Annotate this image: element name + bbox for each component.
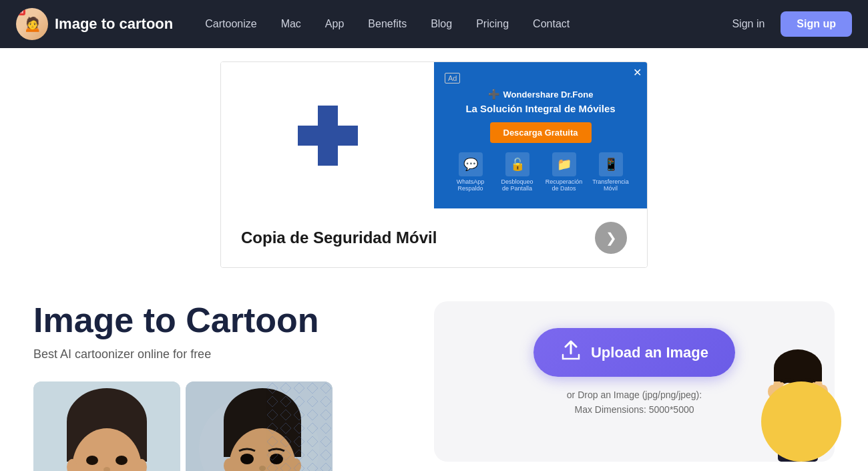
svg-point-18: [240, 454, 254, 464]
main-content: Image to Cartoon Best AI cartoonizer onl…: [0, 275, 868, 471]
svg-rect-24: [266, 381, 333, 471]
transfer-icon: 📱: [599, 152, 623, 176]
before-photo: [33, 381, 180, 471]
svg-point-8: [116, 456, 128, 465]
logo-link[interactable]: 🙍 AI Image to cartoon: [16, 8, 173, 40]
nav-cartoonize[interactable]: Cartoonize: [194, 13, 267, 35]
chevron-right-icon: ❯: [606, 230, 617, 246]
svg-rect-33: [774, 368, 822, 381]
ad-badge-row: Ad ✕: [445, 73, 636, 84]
recovery-icon: 📁: [552, 152, 576, 176]
transfer-label: Transferencia Móvil: [591, 178, 631, 193]
svg-rect-1: [298, 126, 358, 146]
signin-link[interactable]: Sign in: [721, 13, 775, 35]
ad-next-button[interactable]: ❯: [595, 222, 627, 254]
signup-button[interactable]: Sign up: [781, 11, 852, 37]
diamond-pattern: [266, 381, 333, 471]
ad-section: Ad ✕ ➕ Wondershare Dr.Fone La Solución I…: [0, 48, 868, 275]
ad-feature-recovery: 📁 Recuperación de Datos: [544, 152, 584, 193]
nav-app[interactable]: App: [314, 13, 355, 35]
before-after-container: [33, 381, 367, 471]
ad-right-panel: Ad ✕ ➕ Wondershare Dr.Fone La Solución I…: [434, 62, 647, 208]
nav-contact[interactable]: Contact: [522, 13, 580, 35]
unlock-label: Desbloqueo de Pantalla: [497, 178, 537, 193]
nav-blog[interactable]: Blog: [420, 13, 463, 35]
ad-bottom-title: Copia de Seguridad Móvil: [241, 228, 437, 247]
drop-hint-line1: or Drop an Image (jpg/png/jpeg):: [567, 389, 702, 400]
upload-button[interactable]: Upload an Image: [533, 328, 735, 377]
hero-left: Image to Cartoon Best AI cartoonizer onl…: [33, 301, 407, 471]
ad-tagline: La Solución Integral de Móviles: [465, 102, 615, 116]
ad-left-panel: [221, 62, 434, 208]
nav-mac[interactable]: Mac: [270, 13, 312, 35]
drfone-icon: ➕: [488, 89, 499, 100]
svg-point-20: [259, 466, 266, 471]
after-photo: [186, 381, 333, 471]
before-photo-svg: [33, 381, 180, 471]
ad-feature-transfer: 📱 Transferencia Móvil: [591, 152, 631, 193]
site-title: Image to cartoon: [55, 15, 173, 33]
ad-bottom: Copia de Seguridad Móvil ❯: [221, 208, 647, 267]
nav-links: Cartoonize Mac App Benefits Blog Pricing…: [194, 13, 721, 35]
whatsapp-icon: 💬: [459, 152, 483, 176]
whatsapp-label: WhatsApp Respaldo: [451, 178, 491, 193]
recovery-label: Recuperación de Datos: [544, 178, 584, 193]
page-title: Image to Cartoon: [33, 301, 407, 339]
nav-pricing[interactable]: Pricing: [465, 13, 519, 35]
drop-hint-line2: Max Dimensions: 5000*5000: [575, 404, 694, 415]
ad-logo-row: ➕ Wondershare Dr.Fone: [488, 89, 594, 100]
plus-icon: [294, 102, 361, 169]
ad-badge: Ad: [445, 73, 460, 84]
ad-features-row: 💬 WhatsApp Respaldo 🔓 Desbloqueo de Pant…: [451, 152, 631, 193]
ai-badge: AI: [16, 8, 25, 15]
upload-button-label: Upload an Image: [591, 344, 708, 361]
ad-top: Ad ✕ ➕ Wondershare Dr.Fone La Solución I…: [221, 62, 647, 208]
photo-pair: [33, 381, 367, 471]
ad-container: Ad ✕ ➕ Wondershare Dr.Fone La Solución I…: [220, 61, 648, 268]
ad-brand-name: Wondershare Dr.Fone: [503, 90, 594, 100]
cartoon-circle-bg: [761, 381, 841, 462]
upload-section: Upload an Image or Drop an Image (jpg/pn…: [434, 301, 835, 462]
nav-actions: Sign in Sign up: [721, 11, 852, 37]
ad-cta-button[interactable]: Descarga Gratuita: [490, 122, 592, 143]
drop-hint: or Drop an Image (jpg/png/jpeg): Max Dim…: [567, 387, 702, 418]
ad-close-button[interactable]: ✕: [633, 66, 642, 79]
upload-icon: [560, 340, 582, 365]
unlock-icon: 🔓: [505, 152, 529, 176]
svg-point-7: [86, 456, 98, 465]
cartoon-avatar: [754, 328, 841, 462]
ad-feature-whatsapp: 💬 WhatsApp Respaldo: [451, 152, 491, 193]
logo-avatar: 🙍 AI: [16, 8, 48, 40]
ad-feature-unlock: 🔓 Desbloqueo de Pantalla: [497, 152, 537, 193]
navbar: 🙍 AI Image to cartoon Cartoonize Mac App…: [0, 0, 868, 48]
page-subtitle: Best AI cartoonizer online for free: [33, 347, 407, 361]
nav-benefits[interactable]: Benefits: [357, 13, 417, 35]
